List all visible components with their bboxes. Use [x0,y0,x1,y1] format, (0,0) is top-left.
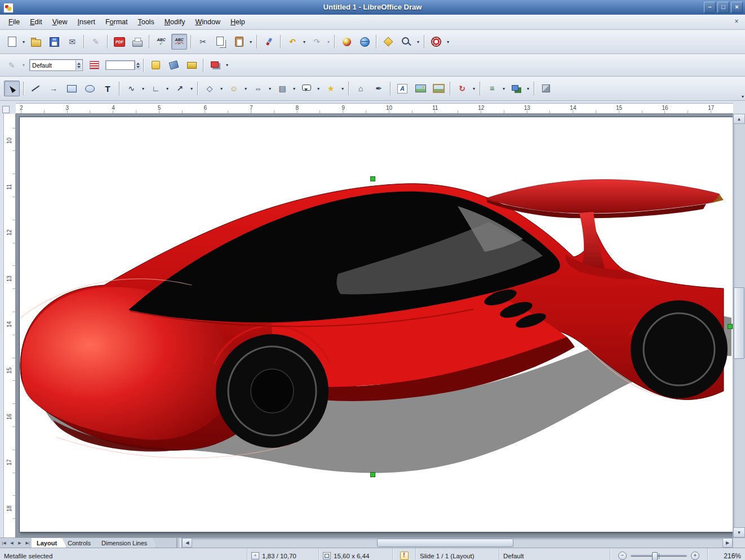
edit-file-icon[interactable]: ✎ [88,34,104,50]
line-icon[interactable] [28,81,43,96]
document-modified-indicator[interactable]: ! [393,548,416,560]
shadow-dropdown-icon[interactable]: ▾ [224,58,230,73]
toolbar-overflow-icon[interactable]: ▾ [742,94,744,99]
horizontal-scroll-track[interactable] [192,538,722,548]
insert-picture-icon[interactable] [413,81,428,96]
line-width-spinner-icon[interactable] [135,60,141,70]
area-fill-icon[interactable] [166,57,181,73]
arrange-dropdown-icon[interactable]: ▾ [525,81,531,96]
symbol-shapes-icon[interactable]: ☺ [226,81,242,96]
tab-controls[interactable]: Controls [63,538,100,548]
basic-shapes-icon[interactable]: ◇ [202,81,218,96]
vertical-scroll-track[interactable] [733,124,745,527]
menu-item[interactable]: View [47,18,73,26]
copy-icon[interactable] [213,34,229,50]
help-icon[interactable] [428,34,444,50]
scroll-left-icon[interactable]: ◀ [182,538,192,548]
first-slide-icon[interactable]: |◀ [0,538,8,548]
zoom-slider[interactable] [631,555,687,557]
menu-item[interactable]: Window [190,18,225,26]
ellipse-icon[interactable] [82,81,97,96]
scroll-up-icon[interactable]: ▲ [733,114,745,124]
horizontal-scroll-thumb[interactable] [377,539,513,547]
help-dropdown-icon[interactable]: ▾ [445,34,451,49]
menu-item[interactable]: Modify [159,18,190,26]
stars-icon[interactable]: ★ [323,81,339,96]
arrow-styles-dropdown-icon[interactable]: ▾ [21,58,26,73]
menu-item[interactable]: Edit [25,18,47,26]
ruler-corner[interactable] [0,104,16,114]
symbol-shapes-dropdown-icon[interactable]: ▾ [243,81,249,96]
zoom-in-icon[interactable]: + [691,552,699,560]
minimize-button[interactable]: – [704,2,716,13]
navigator-icon[interactable] [380,34,396,50]
curve-icon[interactable]: ∿ [123,81,139,96]
redo-icon[interactable]: ↷ [309,34,325,50]
gallery-icon[interactable] [339,34,354,50]
line-dialog-icon[interactable] [86,57,102,73]
edit-points-icon[interactable]: ⌂ [353,81,369,96]
new-document-dropdown-icon[interactable]: ▾ [21,34,26,49]
flowchart-dropdown-icon[interactable]: ▾ [291,81,297,96]
zoom-out-icon[interactable]: − [618,552,627,560]
spelling-icon[interactable]: ABC✓ [153,34,169,50]
zoom-slider-thumb[interactable] [652,552,658,560]
menu-item[interactable]: File [3,18,25,26]
connector-dropdown-icon[interactable]: ▾ [165,81,170,96]
line-arrow-end-icon[interactable]: → [46,81,61,96]
status-slide[interactable]: Slide 1 / 1 (Layout) [416,548,499,560]
menu-item[interactable]: Help [225,18,250,26]
rectangle-icon[interactable] [64,81,79,96]
last-slide-icon[interactable]: ▶| [24,538,32,548]
arrange-icon[interactable] [508,81,524,96]
zoom-level[interactable]: 216% [708,548,745,560]
gallery-frame-icon[interactable] [431,81,446,96]
select-icon[interactable] [4,81,20,96]
alignment-dropdown-icon[interactable]: ▾ [501,81,507,96]
selection-handle-right[interactable] [728,324,733,329]
drawing-canvas[interactable] [16,114,733,537]
curve-dropdown-icon[interactable]: ▾ [140,81,146,96]
fontwork-icon[interactable]: A [394,81,410,96]
redo-dropdown-icon[interactable]: ▾ [326,34,331,49]
line-style-combo[interactable]: Default [29,59,83,71]
stars-dropdown-icon[interactable]: ▾ [340,81,345,96]
pane-splitter[interactable] [176,538,182,548]
rotate-dropdown-icon[interactable]: ▾ [471,81,477,96]
selection-handle-bottom[interactable] [370,472,375,477]
status-style[interactable]: Default [499,548,610,560]
paste-dropdown-icon[interactable]: ▾ [248,34,254,49]
open-icon[interactable] [28,34,44,50]
vertical-ruler[interactable]: 101112131415161718 [0,114,16,537]
close-button[interactable]: × [731,2,743,13]
zoom-icon[interactable] [398,34,414,50]
vertical-scrollbar[interactable]: ▲ ▼ [733,114,745,537]
shadow-toggle-icon[interactable] [207,57,223,73]
maximize-button[interactable]: □ [717,2,729,13]
scroll-right-icon[interactable]: ▶ [722,538,733,548]
document-close-icon[interactable]: × [733,17,740,25]
block-arrows-icon[interactable]: ⇔ [250,81,266,96]
new-document-icon[interactable] [4,34,20,50]
cut-icon[interactable]: ✂ [195,34,211,50]
paste-icon[interactable] [231,34,247,50]
zoom-dropdown-icon[interactable]: ▾ [415,34,421,49]
block-arrows-dropdown-icon[interactable]: ▾ [267,81,273,96]
save-icon[interactable] [46,34,62,50]
callouts-icon[interactable] [299,81,314,96]
text-icon[interactable]: T [100,81,116,96]
menu-item[interactable]: Tools [132,18,159,26]
selection-handle-top[interactable] [370,176,375,181]
line-color-icon[interactable] [148,57,163,73]
rotate-icon[interactable]: ↻ [454,81,470,96]
lines-arrows-dropdown-icon[interactable]: ▾ [189,81,194,96]
menu-item[interactable]: Format [100,18,133,26]
connector-icon[interactable]: ∟ [148,81,163,96]
tab-layout[interactable]: Layout [32,538,66,548]
lines-arrows-icon[interactable]: ↗ [172,81,188,96]
alignment-icon[interactable]: ≡ [484,81,500,96]
vertical-scroll-thumb[interactable] [734,287,744,359]
menu-item[interactable]: Insert [73,18,100,26]
area-style-icon[interactable] [184,57,199,73]
format-paintbrush-icon[interactable] [261,34,277,50]
